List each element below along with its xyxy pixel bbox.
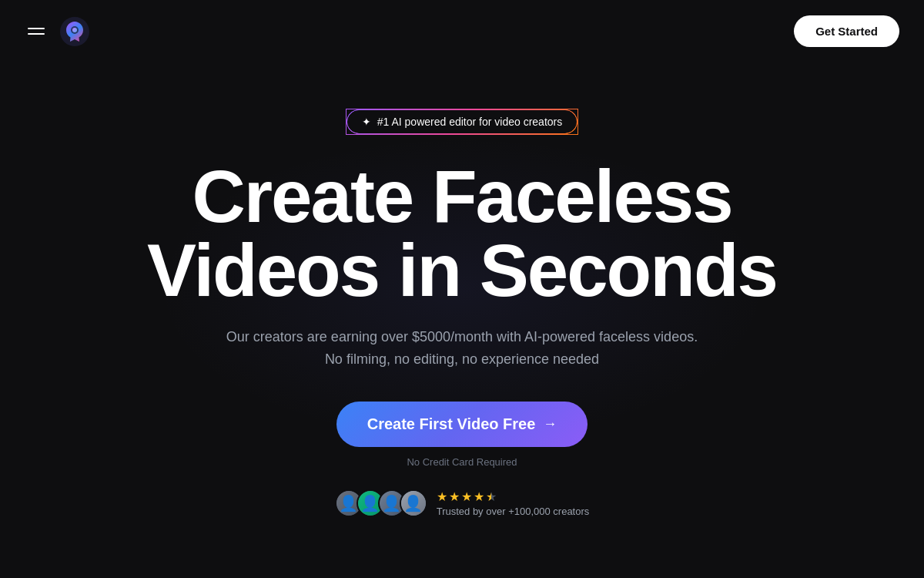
heading-line-1: Create Faceless (192, 155, 732, 237)
social-proof: 👤 👤 👤 👤 ★ ★ ★ ★ ★ Trusted by over +100,0… (335, 489, 590, 517)
logo-icon (60, 17, 89, 46)
svg-point-2 (72, 28, 77, 32)
avatar-4: 👤 (400, 489, 427, 517)
hamburger-menu[interactable] (25, 25, 48, 38)
avatar-group: 👤 👤 👤 👤 (335, 489, 427, 517)
trusted-text: Trusted by over +100,000 creators (437, 506, 590, 517)
cta-button[interactable]: Create First Video Free → (336, 402, 588, 447)
social-proof-text: ★ ★ ★ ★ ★ Trusted by over +100,000 creat… (437, 489, 590, 517)
star-half: ★ (486, 489, 497, 504)
star-3: ★ (461, 489, 472, 504)
hero-section: ✦ #1 AI powered editor for video creator… (0, 62, 924, 548)
header: Get Started (0, 0, 924, 62)
hamburger-line-1 (28, 28, 45, 29)
hero-subtext: Our creators are earning over $5000/mont… (216, 326, 708, 371)
star-rating: ★ ★ ★ ★ ★ (437, 489, 590, 504)
arrow-icon: → (543, 416, 557, 432)
cta-label: Create First Video Free (367, 415, 536, 433)
heading-line-2: Videos in Seconds (147, 229, 777, 311)
main-heading: Create Faceless Videos in Seconds (147, 160, 777, 307)
logo[interactable] (60, 17, 89, 46)
header-left (25, 17, 89, 46)
get-started-button[interactable]: Get Started (794, 15, 899, 47)
badge-border (346, 109, 578, 134)
star-1: ★ (437, 489, 447, 504)
badge: ✦ #1 AI powered editor for video creator… (346, 109, 578, 135)
star-2: ★ (449, 489, 460, 504)
hamburger-line-2 (28, 33, 45, 35)
no-credit-card-text: No Credit Card Required (407, 456, 517, 468)
star-4: ★ (474, 489, 484, 504)
